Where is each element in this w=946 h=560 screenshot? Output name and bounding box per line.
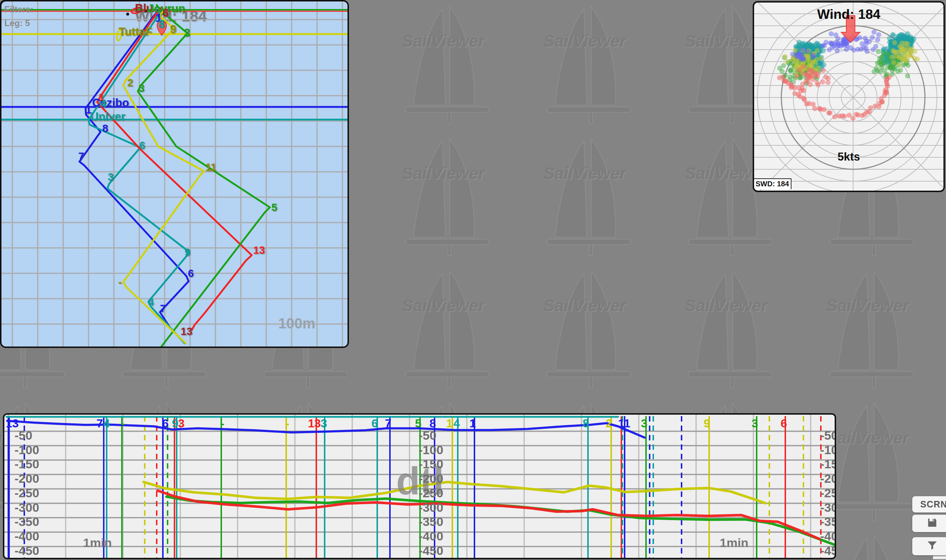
y-tick-label: -200 xyxy=(418,472,443,485)
map-label--: - xyxy=(118,277,122,288)
polar-canvas xyxy=(754,3,945,192)
map-label-7: 7 xyxy=(160,303,166,314)
watermark-tile: SailViewer xyxy=(392,129,533,261)
map-label-4: 4 xyxy=(100,98,106,109)
map-label-9: 9 xyxy=(170,23,176,35)
maneuver-label-3: 3 xyxy=(321,418,327,429)
maneuver-label-9: 9 xyxy=(172,418,179,429)
y-tick-label: -300 xyxy=(14,501,39,514)
map-label-8: 8 xyxy=(159,18,165,30)
minute-scale-label: 1min xyxy=(83,536,112,550)
y-tick-label: -150 xyxy=(418,458,443,470)
map-scale-label: 100m xyxy=(278,315,315,332)
watermark-tile: SailViewer xyxy=(392,0,533,129)
watermark-tile: SailViewer xyxy=(816,261,946,393)
map-label-tuttaf: TuttaF xyxy=(119,26,152,37)
minute-scale-label: 1min xyxy=(720,536,748,550)
wind-polar-panel[interactable]: Wind: 184 5kts SWD: 184 xyxy=(753,1,945,192)
y-tick-label: -250 xyxy=(820,487,836,499)
maneuver-label-4: 4 xyxy=(454,418,460,429)
y-tick-label: -50 xyxy=(418,429,436,442)
y-tick-label: -350 xyxy=(14,515,39,528)
maneuver-label-13: 13 xyxy=(308,418,321,429)
maneuver-label-8: 8 xyxy=(429,418,436,429)
maneuver-label-3: 3 xyxy=(178,418,185,429)
map-label-11: 11 xyxy=(205,162,216,172)
map-leg-label: Leg: 5 xyxy=(5,18,30,28)
maneuver-label-2: 2 xyxy=(606,418,612,429)
watermark-tile: SailViewer xyxy=(533,261,675,393)
race-map-panel[interactable]: Wind: 184 BluJoyrun61893TuttaF231Cezibo4… xyxy=(0,0,349,348)
map-filters-label: Filters: xyxy=(5,5,33,14)
watermark-tile: SailViewer xyxy=(675,261,816,393)
watermark-tile: SailViewer xyxy=(533,0,675,129)
y-tick-label: -100 xyxy=(418,444,443,456)
maneuver-label-8: 8 xyxy=(583,418,589,429)
y-tick-label: -250 xyxy=(14,487,39,499)
maneuver-label-1: 1 xyxy=(469,418,476,429)
watermark-tile: SailViewer xyxy=(533,129,675,261)
filter-button[interactable] xyxy=(912,537,946,555)
maneuver-label-6: 6 xyxy=(781,418,787,429)
y-tick-label: -100 xyxy=(14,444,39,456)
screenshot-button[interactable]: SCRN xyxy=(912,496,946,512)
maneuver-label--: - xyxy=(221,418,225,429)
y-tick-label: -450 xyxy=(418,545,443,557)
y-tick-label: -450 xyxy=(14,545,39,557)
y-tick-label: -400 xyxy=(418,530,443,542)
map-label-8: 8 xyxy=(102,123,108,134)
swd-readout: SWD: 184 xyxy=(754,178,792,189)
map-label-univer: Univer xyxy=(90,111,125,122)
save-button[interactable] xyxy=(912,515,946,532)
maneuver-label-4: 4 xyxy=(103,418,110,429)
dtl-chart-panel[interactable]: dtl -50-100-150-200-250-300-350-400-450-… xyxy=(3,413,836,559)
map-label-2: 2 xyxy=(127,78,133,88)
filter-icon xyxy=(927,540,938,552)
y-tick-label: -300 xyxy=(820,501,836,514)
y-tick-label: -50 xyxy=(820,429,836,442)
y-tick-label: -200 xyxy=(820,472,836,485)
y-tick-label: -200 xyxy=(14,472,39,485)
watermark-tile: SailViewer xyxy=(392,261,533,393)
map-label-6: 6 xyxy=(139,140,145,151)
maneuver-label-9: 9 xyxy=(704,418,710,429)
partial-menu-button[interactable] xyxy=(933,555,946,560)
map-label-7: 7 xyxy=(78,151,84,162)
maneuver-label-6: 6 xyxy=(162,418,169,429)
map-label-3: 3 xyxy=(108,172,114,182)
map-label-cezibo: Cezibo xyxy=(92,97,129,108)
map-label-9: 9 xyxy=(185,247,190,258)
maneuver-label-7: 7 xyxy=(385,418,391,429)
y-tick-label: -50 xyxy=(14,429,32,442)
maneuver-label--: - xyxy=(285,418,289,429)
wind-direction-title: Wind: 184 xyxy=(754,7,943,22)
y-tick-label: -350 xyxy=(820,515,836,528)
wind-speed-ring-label: 5kts xyxy=(754,151,943,163)
maneuver-label-11: 11 xyxy=(618,418,630,429)
y-tick-label: -400 xyxy=(820,530,836,542)
map-label-3: 3 xyxy=(184,27,190,38)
save-icon xyxy=(927,517,938,529)
maneuver-label-7: 7 xyxy=(96,418,103,429)
y-tick-label: -100 xyxy=(820,444,836,456)
map-label-5: 5 xyxy=(271,202,277,213)
y-tick-label: -450 xyxy=(820,545,836,557)
maneuver-label-6: 6 xyxy=(372,418,378,429)
map-label-13: 13 xyxy=(253,245,265,255)
map-canvas xyxy=(2,2,349,348)
maneuver-label-13: 13 xyxy=(6,418,19,429)
y-tick-label: -150 xyxy=(820,458,836,470)
map-label-6: 6 xyxy=(188,268,194,279)
maneuver-label-5: 5 xyxy=(415,418,421,429)
y-tick-label: -250 xyxy=(418,487,443,499)
y-tick-label: -150 xyxy=(14,458,39,470)
y-tick-label: -300 xyxy=(418,501,443,514)
map-label-6: 6 xyxy=(162,7,169,18)
map-label-3: 3 xyxy=(139,83,144,94)
y-tick-label: -350 xyxy=(418,515,443,528)
maneuver-label-1: 1 xyxy=(446,418,453,429)
map-label-4: 4 xyxy=(148,297,154,308)
y-tick-label: -400 xyxy=(14,530,39,542)
maneuver-label-3: 3 xyxy=(752,418,758,429)
maneuver-label-3: 3 xyxy=(641,418,648,429)
